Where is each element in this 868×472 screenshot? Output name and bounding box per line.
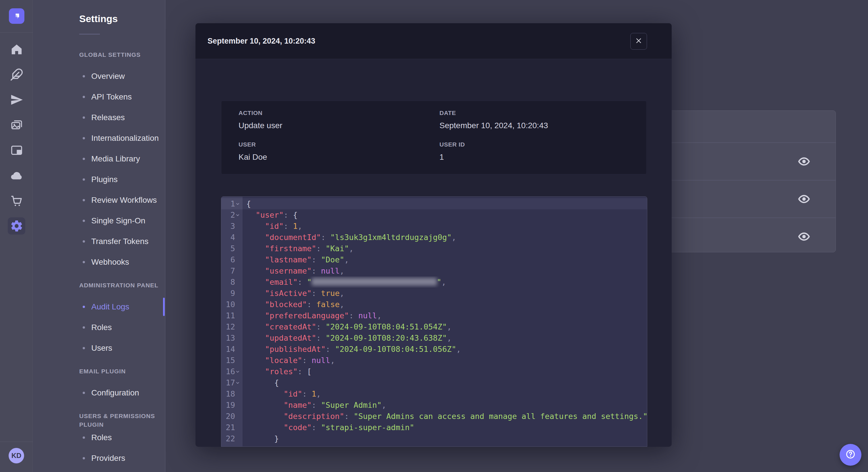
help-button[interactable]: [840, 444, 861, 466]
log-details-box: ACTIONUpdate userDATESeptember 10, 2024,…: [221, 101, 647, 174]
bullet-icon: [83, 199, 85, 201]
view-log-button[interactable]: [798, 193, 810, 205]
fold-chevron-icon[interactable]: [236, 366, 241, 377]
bullet-icon: [83, 75, 85, 77]
page-title: Settings: [79, 13, 118, 24]
code-line: 13 "updatedAt": "2024-09-10T08:20:43.638…: [221, 332, 647, 343]
sidebar-item-configuration[interactable]: Configuration: [33, 382, 165, 403]
sidebar-media-library-icon[interactable]: [0, 112, 33, 138]
code-line: 18 "id": 1,: [221, 388, 647, 400]
cart-icon: [10, 194, 23, 207]
nav-section-label: EMAIL PLUGIN: [79, 367, 165, 376]
sidebar-content-type-builder-icon[interactable]: [0, 138, 33, 163]
detail-action: ACTIONUpdate user: [239, 101, 439, 138]
payload-code-editor[interactable]: 1{2 "user": {3 "id": 1,4 "documentId": "…: [221, 196, 647, 447]
sidebar-item-api-tokens[interactable]: API Tokens: [33, 87, 165, 107]
line-number: 3: [221, 221, 243, 232]
sidebar-item-single-sign-on[interactable]: Single Sign-On: [33, 210, 165, 231]
paper-plane-icon: [10, 93, 23, 106]
line-number: 15: [221, 355, 243, 366]
strapi-logo-icon[interactable]: [9, 8, 24, 24]
sidebar-item-roles[interactable]: Roles: [33, 427, 165, 448]
bullet-icon: [83, 436, 85, 439]
view-log-button[interactable]: [798, 230, 810, 243]
nav-item-label: Roles: [91, 323, 112, 332]
fold-chevron-icon[interactable]: [236, 377, 241, 388]
nav-item-label: Users: [91, 343, 112, 353]
detail-label: DATE: [439, 109, 646, 116]
close-button[interactable]: [630, 33, 647, 49]
nav-item-label: Overview: [91, 72, 125, 81]
detail-value: September 10, 2024, 10:20:43: [439, 121, 646, 130]
sidebar-item-roles[interactable]: Roles: [33, 317, 165, 338]
bullet-icon: [83, 457, 85, 460]
home-icon: [10, 43, 23, 56]
sidebar-cart-icon[interactable]: [0, 188, 33, 213]
sidebar-cloud-icon[interactable]: [0, 163, 33, 188]
sidebar-item-providers[interactable]: Providers: [33, 448, 165, 469]
sidebar-item-review-workflows[interactable]: Review Workflows: [33, 190, 165, 210]
sidebar-item-media-library[interactable]: Media Library: [33, 148, 165, 169]
line-number: 16: [221, 366, 243, 377]
line-number: 8: [221, 276, 243, 288]
line-number: 17: [221, 377, 243, 388]
nav-item-label: API Tokens: [91, 92, 132, 102]
line-number: 1: [221, 198, 243, 209]
sidebar-settings-icon[interactable]: [0, 213, 33, 239]
nav-item-label: Transfer Tokens: [91, 237, 148, 246]
sidebar-item-internationalization[interactable]: Internationalization: [33, 128, 165, 148]
line-number: 19: [221, 400, 243, 411]
sidebar-item-transfer-tokens[interactable]: Transfer Tokens: [33, 231, 165, 252]
detail-label: USER ID: [439, 141, 646, 148]
detail-user-id: USER ID1: [439, 138, 646, 174]
bullet-icon: [83, 392, 85, 394]
table-row: [643, 142, 836, 180]
bullet-icon: [83, 116, 85, 119]
code-line: 10 "blocked": false,: [221, 299, 647, 310]
code-line: 5 "firstname": "Kai",: [221, 243, 647, 254]
fold-chevron-icon[interactable]: [236, 198, 241, 209]
sidebar-item-users[interactable]: Users: [33, 338, 165, 359]
detail-label: USER: [239, 141, 439, 148]
detail-value: Kai Doe: [239, 153, 439, 162]
line-number: 22: [221, 433, 243, 444]
sidebar-item-webhooks[interactable]: Webhooks: [33, 252, 165, 272]
sidebar-item-plugins[interactable]: Plugins: [33, 169, 165, 190]
nav-section-label: ADMINISTRATION PANEL: [79, 281, 165, 290]
sidebar-home-icon[interactable]: [0, 37, 33, 62]
bullet-icon: [83, 96, 85, 98]
nav-section-label: USERS & PERMISSIONS PLUGIN: [79, 412, 165, 420]
sidebar-item-releases[interactable]: Releases: [33, 107, 165, 128]
avatar[interactable]: KD: [9, 448, 24, 463]
detail-value: 1: [439, 153, 646, 162]
main-sidebar: KD: [0, 0, 33, 472]
nav-item-label: Audit Logs: [91, 302, 129, 311]
line-number: 4: [221, 232, 243, 243]
line-number: 14: [221, 343, 243, 355]
bullet-icon: [83, 261, 85, 263]
line-number: 20: [221, 411, 243, 422]
sidebar-item-overview[interactable]: Overview: [33, 66, 165, 87]
audit-log-modal: September 10, 2024, 10:20:43 Log Details…: [195, 23, 672, 447]
view-log-button[interactable]: [798, 155, 810, 168]
sidebar-feather-icon[interactable]: [0, 62, 33, 87]
sidebar-item-audit-logs[interactable]: Audit Logs: [33, 297, 165, 317]
nav-item-label: Webhooks: [91, 258, 129, 267]
sidebar-paper-plane-icon[interactable]: [0, 87, 33, 112]
code-line: 23 ]: [221, 444, 647, 447]
line-number: 13: [221, 332, 243, 343]
code-line: 9 "isActive": true,: [221, 288, 647, 299]
code-line: 21 "code": "strapi-super-admin": [221, 422, 647, 433]
fold-chevron-icon[interactable]: [236, 209, 241, 221]
line-number: 11: [221, 310, 243, 321]
nav-item-label: Single Sign-On: [91, 216, 145, 225]
nav-item-label: Plugins: [91, 175, 118, 184]
sidebar-divider: [0, 32, 33, 33]
code-line: 11 "preferedLanguage": null,: [221, 310, 647, 321]
line-number: 10: [221, 299, 243, 310]
bullet-icon: [83, 326, 85, 329]
line-number: 5: [221, 243, 243, 254]
strapi-admin-app: KD Settings GLOBAL SETTINGSOverviewAPI T…: [0, 0, 868, 472]
code-line: 17 {: [221, 377, 647, 388]
code-line: 3 "id": 1,: [221, 221, 647, 232]
